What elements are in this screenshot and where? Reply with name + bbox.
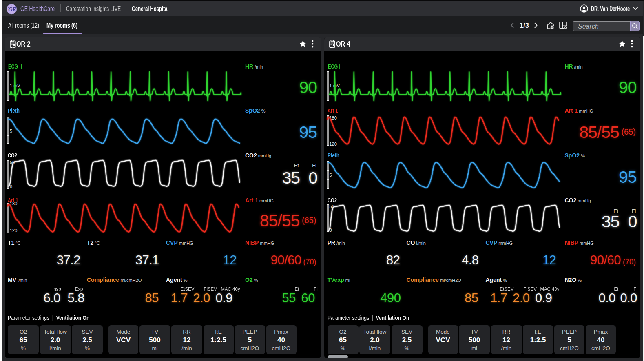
svg-text:GE: GE [8, 6, 16, 12]
